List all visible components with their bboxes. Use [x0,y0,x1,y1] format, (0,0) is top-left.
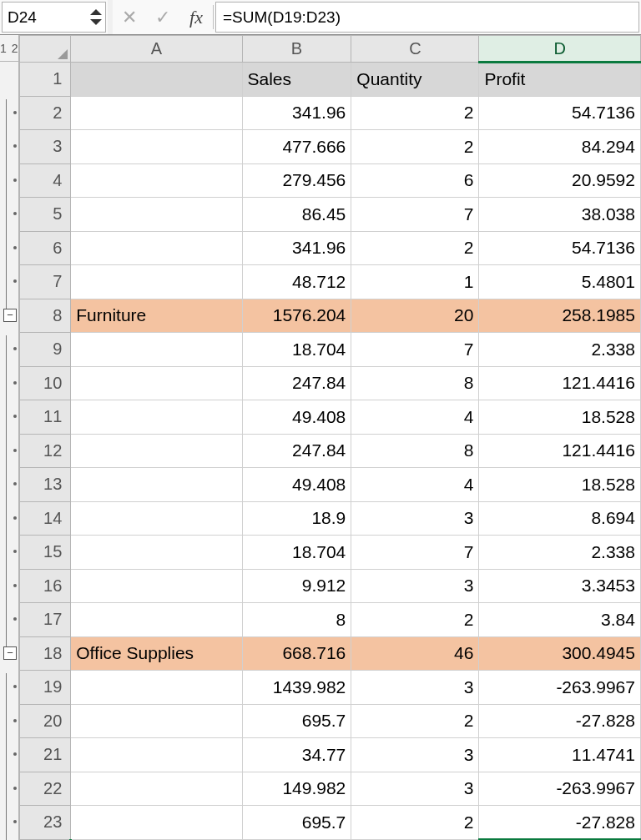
cell-A3[interactable] [71,130,242,164]
cell-D6[interactable]: 54.7136 [479,231,641,265]
cell-D13[interactable]: 18.528 [479,468,641,502]
cell-B17[interactable]: 8 [242,603,351,637]
cell-A16[interactable] [71,569,242,603]
cell-C14[interactable]: 3 [351,501,479,536]
function-wizard-button[interactable]: fx [179,0,213,34]
cell-A14[interactable] [71,501,242,536]
spreadsheet-grid[interactable]: A B C D 1SalesQuantityProfit2341.96254.7… [19,35,641,840]
cell-B6[interactable]: 341.96 [242,231,351,265]
cell-A4[interactable] [71,163,242,198]
cell-B23[interactable]: 695.7 [242,806,351,840]
column-header-D[interactable]: D [479,36,641,63]
cell-A12[interactable] [71,434,242,468]
cell-D15[interactable]: 2.338 [479,536,641,570]
cell-D19[interactable]: -263.9967 [479,671,641,705]
cell-D14[interactable]: 8.694 [479,501,641,536]
cell-C22[interactable]: 3 [351,772,479,806]
cell-A6[interactable] [71,231,242,265]
cancel-formula-button[interactable]: ✕ [113,0,146,34]
cell-C4[interactable]: 6 [351,163,479,198]
cell-B13[interactable]: 49.408 [242,468,351,502]
cell-D5[interactable]: 38.038 [479,198,641,232]
cell-A19[interactable] [71,671,242,705]
row-header[interactable]: 1 [19,63,71,97]
cell-B12[interactable]: 247.84 [242,434,351,468]
column-header-C[interactable]: C [351,36,479,63]
cell-C11[interactable]: 4 [351,400,479,435]
cell-D7[interactable]: 5.4801 [479,265,641,299]
cell-B5[interactable]: 86.45 [242,198,351,232]
cell-C18[interactable]: 46 [351,636,479,671]
cell-B11[interactable]: 49.408 [242,400,351,435]
cell-B18[interactable]: 668.716 [242,636,351,671]
cell-B21[interactable]: 34.77 [242,738,351,772]
cell-A18[interactable]: Office Supplies [71,636,242,671]
cell-B16[interactable]: 9.912 [242,569,351,603]
outline-collapse-button[interactable]: − [0,636,32,671]
cell-B1[interactable]: Sales [242,63,351,97]
cell-A13[interactable] [71,468,242,502]
cell-C23[interactable]: 2 [351,806,479,840]
name-box[interactable]: D24 [2,2,106,33]
cell-C16[interactable]: 3 [351,569,479,603]
cell-D11[interactable]: 18.528 [479,400,641,435]
cell-D9[interactable]: 2.338 [479,333,641,367]
outline-level-2[interactable]: 2 [12,42,18,55]
cell-C1[interactable]: Quantity [351,63,479,97]
cell-A1[interactable] [71,63,242,97]
cell-A7[interactable] [71,265,242,299]
formula-input[interactable]: =SUM(D19:D23) [215,2,639,33]
chevron-down-icon[interactable] [90,19,102,25]
outline-collapse-button[interactable]: − [0,299,32,333]
cell-D4[interactable]: 20.9592 [479,163,641,198]
cell-C17[interactable]: 2 [351,603,479,637]
chevron-up-icon[interactable] [90,9,102,15]
cell-A8[interactable]: Furniture [71,299,242,333]
cell-A5[interactable] [71,198,242,232]
column-header-A[interactable]: A [71,36,242,63]
cell-D12[interactable]: 121.4416 [479,434,641,468]
select-all-corner[interactable] [19,36,71,63]
cell-C9[interactable]: 7 [351,333,479,367]
outline-levels[interactable]: 1 2 [0,35,18,62]
cell-C2[interactable]: 2 [351,96,479,130]
cell-A10[interactable] [71,366,242,400]
cell-C10[interactable]: 8 [351,366,479,400]
cell-A23[interactable] [71,806,242,840]
cell-B7[interactable]: 48.712 [242,265,351,299]
cell-D17[interactable]: 3.84 [479,603,641,637]
cell-A9[interactable] [71,333,242,367]
cell-C7[interactable]: 1 [351,265,479,299]
cell-C12[interactable]: 8 [351,434,479,468]
cell-D20[interactable]: -27.828 [479,704,641,738]
cell-B4[interactable]: 279.456 [242,163,351,198]
cell-B8[interactable]: 1576.204 [242,299,351,333]
column-header-B[interactable]: B [242,36,351,63]
cell-D1[interactable]: Profit [479,63,641,97]
cell-C21[interactable]: 3 [351,738,479,772]
cell-D16[interactable]: 3.3453 [479,569,641,603]
cell-B15[interactable]: 18.704 [242,536,351,570]
outline-level-1[interactable]: 1 [0,42,7,55]
cell-B20[interactable]: 695.7 [242,704,351,738]
cell-D8[interactable]: 258.1985 [479,299,641,333]
cell-C8[interactable]: 20 [351,299,479,333]
cell-C20[interactable]: 2 [351,704,479,738]
cell-B9[interactable]: 18.704 [242,333,351,367]
cell-B2[interactable]: 341.96 [242,96,351,130]
cell-D18[interactable]: 300.4945 [479,636,641,671]
cell-A17[interactable] [71,603,242,637]
cell-C3[interactable]: 2 [351,130,479,164]
cell-A2[interactable] [71,96,242,130]
cell-A22[interactable] [71,772,242,806]
cell-D10[interactable]: 121.4416 [479,366,641,400]
cell-A11[interactable] [71,400,242,435]
name-box-stepper[interactable] [88,9,105,25]
cell-B10[interactable]: 247.84 [242,366,351,400]
cell-D21[interactable]: 11.4741 [479,738,641,772]
cell-C15[interactable]: 7 [351,536,479,570]
cell-C5[interactable]: 7 [351,198,479,232]
accept-formula-button[interactable]: ✓ [146,0,179,34]
cell-D23[interactable]: -27.828 [479,806,641,840]
cell-A21[interactable] [71,738,242,772]
